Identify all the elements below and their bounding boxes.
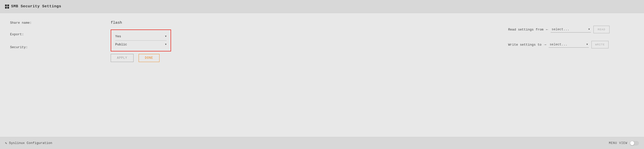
toggle-knob [630, 141, 634, 145]
read-select[interactable]: select... [551, 26, 591, 32]
export-select[interactable]: Yes No [115, 35, 167, 38]
write-button[interactable]: WRITE [591, 41, 609, 48]
edit-icon: ✎ [5, 141, 7, 145]
export-security-section: Export: Security: Yes No [10, 32, 508, 51]
footer-left: ✎ Syslinux Configuration [5, 141, 52, 145]
buttons-row: APPLY DONE [111, 54, 508, 62]
write-select[interactable]: select... [549, 42, 589, 47]
read-settings-label: Read settings from [508, 28, 543, 32]
security-select[interactable]: Public Private None [115, 43, 167, 46]
labels-column: Export: Security: [10, 32, 40, 49]
write-settings-row: Write settings to → select... WRITE [508, 41, 634, 48]
export-dropdown-row: Yes No [111, 33, 171, 40]
security-label: Security: [10, 45, 40, 49]
security-dropdown-wrapper: Public Private None [115, 43, 167, 46]
write-select-wrapper: select... [549, 42, 589, 48]
write-settings-label: Write settings to [508, 43, 542, 47]
read-button[interactable]: READ [593, 26, 610, 33]
export-dropdown-wrapper: Yes No [115, 35, 167, 38]
header-title: SMB Security Settings [11, 4, 61, 9]
read-arrow-icon: ← [546, 27, 548, 32]
menu-view-toggle[interactable] [630, 141, 639, 145]
header-bar: SMB Security Settings [0, 0, 644, 13]
form-section: Share name: flash Export: Security: Yes [10, 21, 508, 129]
content-area: Share name: flash Export: Security: Yes [0, 13, 644, 137]
done-button[interactable]: DONE [139, 54, 159, 62]
windows-icon [5, 5, 9, 9]
read-select-wrapper: select... [551, 26, 591, 33]
share-name-row: Share name: flash [10, 21, 508, 25]
footer-right: MENU VIEW [609, 141, 639, 145]
export-label: Export: [10, 33, 40, 36]
footer-config-label: Syslinux Configuration [9, 141, 52, 145]
main-container: SMB Security Settings Share name: flash … [0, 0, 644, 149]
share-name-label: Share name: [10, 21, 40, 25]
security-dropdown-row: Public Private None [111, 41, 171, 48]
read-settings-row: Read settings from ← select... READ [508, 26, 634, 33]
dropdown-box: Yes No Public Private None [111, 29, 171, 51]
write-arrow-icon: → [544, 43, 546, 47]
footer-bar: ✎ Syslinux Configuration MENU VIEW [0, 137, 644, 149]
menu-view-label: MENU VIEW [609, 141, 627, 145]
share-name-value: flash [111, 21, 122, 25]
settings-section: Read settings from ← select... READ Writ… [508, 21, 634, 129]
apply-button[interactable]: APPLY [111, 54, 134, 62]
